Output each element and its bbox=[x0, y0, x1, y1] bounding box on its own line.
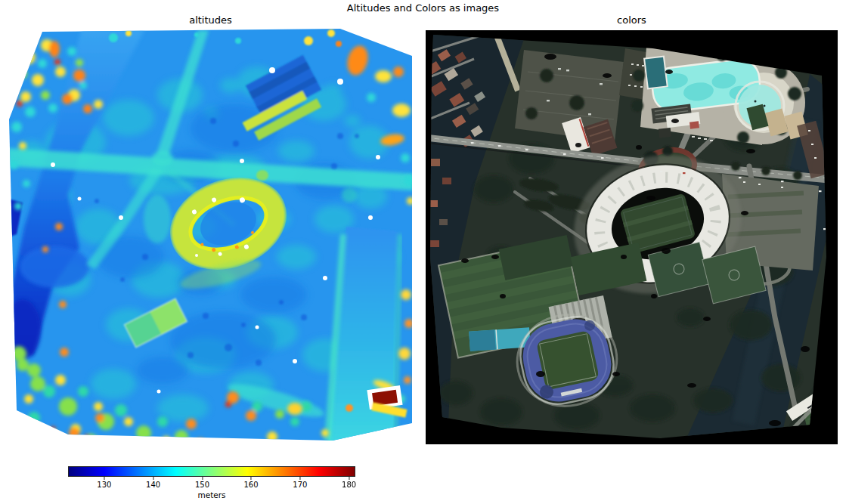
colorbar-gradient bbox=[68, 466, 355, 477]
colorbar-tick: 170 bbox=[293, 477, 307, 489]
colorbar-tick-label: 180 bbox=[342, 481, 356, 489]
colorbar: 130140150160170180 meters bbox=[68, 466, 355, 477]
colorbar-tick: 140 bbox=[146, 477, 160, 489]
colorbar-tick-mark bbox=[349, 477, 349, 480]
colorbar-tick-label: 170 bbox=[293, 481, 307, 489]
colorbar-unit-label: meters bbox=[68, 490, 355, 499]
colorbar-tick: 130 bbox=[97, 477, 111, 489]
colorbar-tick-label: 140 bbox=[146, 481, 160, 489]
colorbar-tick-mark bbox=[202, 477, 203, 480]
colors-title: colors bbox=[426, 14, 838, 26]
colorbar-tick-mark bbox=[299, 477, 300, 480]
colorbar-tick: 150 bbox=[195, 477, 209, 489]
colorbar-tick: 160 bbox=[244, 477, 259, 489]
figure-root: Altitudes and Colors as images altitudes… bbox=[0, 0, 846, 504]
colorbar-tick: 180 bbox=[342, 477, 356, 489]
altitudes-title: altitudes bbox=[8, 14, 414, 26]
colorbar-tick-label: 160 bbox=[244, 481, 259, 489]
colorbar-tick-label: 150 bbox=[195, 481, 209, 489]
colorbar-tick-mark bbox=[153, 477, 153, 480]
figure-title: Altitudes and Colors as images bbox=[0, 2, 846, 14]
altitude-map-image bbox=[8, 29, 414, 450]
colorbar-tick-mark bbox=[104, 477, 104, 480]
colorbar-tick-label: 130 bbox=[97, 481, 111, 489]
aerial-photo-image bbox=[426, 30, 838, 444]
colorbar-tick-mark bbox=[251, 477, 252, 480]
